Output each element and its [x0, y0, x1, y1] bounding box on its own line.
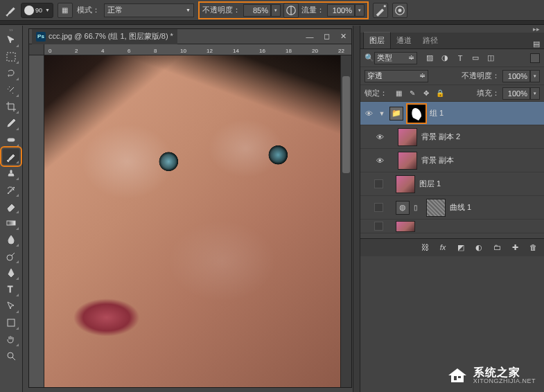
visibility-toggle[interactable] [374, 179, 383, 188]
layer-name[interactable]: 背景 副本 [421, 155, 454, 166]
layer-opacity-stepper[interactable]: ▾ [530, 70, 540, 82]
eraser-tool[interactable] [3, 199, 19, 214]
chevron-down-icon: ▼ [186, 8, 191, 12]
layer-thumbnail[interactable] [396, 175, 415, 193]
pressure-opacity-icon[interactable] [283, 3, 299, 18]
filter-toggle-switch[interactable] [530, 53, 540, 63]
vertical-scrollbar[interactable] [340, 55, 351, 387]
shape-tool[interactable] [3, 315, 19, 330]
filter-kind-select[interactable]: 类型≑ [374, 52, 417, 64]
new-adjustment-button[interactable]: ◐ [473, 242, 484, 253]
layer-row-group[interactable]: 👁 ▼ 📁 组 1 [360, 102, 544, 125]
fill-stepper[interactable]: ▾ [530, 87, 540, 100]
layer-style-button[interactable]: fx [437, 242, 448, 253]
airbrush-toggle-icon[interactable] [373, 3, 388, 18]
layer-row-partial[interactable] [360, 220, 544, 233]
lock-position-icon[interactable]: ✥ [421, 88, 432, 99]
marquee-tool[interactable] [3, 49, 19, 64]
layer-row[interactable]: ◍ ▯ 曲线 1 [360, 196, 544, 220]
flow-input[interactable]: 100% [327, 4, 355, 17]
brush-tool[interactable] [3, 149, 19, 164]
crop-tool[interactable] [3, 99, 19, 114]
layer-opacity-label: 不透明度： [462, 71, 500, 81]
visibility-toggle[interactable] [374, 203, 383, 212]
brush-panel-toggle-icon[interactable]: ▦ [58, 3, 73, 18]
link-layers-button[interactable]: ⛓ [419, 242, 430, 253]
tab-paths[interactable]: 路径 [417, 33, 444, 48]
filter-pixel-icon[interactable]: ▨ [424, 53, 435, 64]
layer-thumbnail[interactable] [396, 221, 415, 232]
lock-pixels-icon[interactable]: ✎ [407, 88, 418, 99]
maximize-button[interactable]: ◻ [318, 30, 335, 44]
layer-thumbnail[interactable] [398, 152, 417, 170]
fill-input[interactable]: 100% [502, 87, 530, 100]
zoom-tool[interactable] [3, 348, 19, 364]
filter-type-icon[interactable]: T [455, 53, 466, 64]
healing-brush-tool[interactable] [3, 132, 19, 148]
add-mask-button[interactable]: ◩ [455, 242, 466, 253]
dock-divider[interactable] [353, 26, 360, 392]
history-brush-tool[interactable] [3, 182, 19, 197]
canvas-area[interactable] [44, 55, 351, 387]
layer-name[interactable]: 曲线 1 [450, 202, 471, 213]
lasso-tool[interactable] [3, 66, 19, 81]
horizontal-ruler[interactable]: 0 2 4 6 8 10 12 14 16 18 20 22 [44, 44, 351, 55]
opacity-input[interactable]: 85% [243, 4, 271, 17]
layer-name[interactable]: 背景 副本 2 [421, 132, 460, 142]
document-window: Ps ccc.jpg @ 66.7% (组 1, 图层蒙版/8) * — ◻ ✕… [28, 28, 352, 388]
lock-transparent-icon[interactable]: ▦ [393, 88, 404, 99]
filter-smart-icon[interactable]: ◫ [485, 53, 496, 64]
visibility-toggle[interactable]: 👁 [374, 132, 385, 143]
layer-row[interactable]: 图层 1 [360, 172, 544, 196]
tab-layers[interactable]: 图层 [363, 32, 391, 48]
filter-shape-icon[interactable]: ▭ [470, 53, 481, 64]
brush-size-value: 90 [35, 7, 42, 14]
layer-row[interactable]: 👁 背景 副本 2 [360, 125, 544, 149]
visibility-toggle[interactable]: 👁 [363, 108, 374, 119]
delete-layer-button[interactable]: 🗑 [527, 242, 538, 253]
link-icon[interactable]: ▯ [414, 204, 422, 211]
layer-opacity-input[interactable]: 100% [502, 70, 530, 82]
twirl-down-icon[interactable]: ▼ [378, 110, 385, 117]
layer-name[interactable]: 组 1 [430, 108, 444, 118]
pressure-size-icon[interactable] [392, 3, 407, 18]
type-tool[interactable]: T [3, 282, 19, 297]
scrollbar-thumb[interactable] [342, 76, 350, 173]
move-tool[interactable] [3, 33, 19, 48]
clone-stamp-tool[interactable] [3, 166, 19, 181]
ruler-origin[interactable] [29, 44, 44, 55]
tab-channels[interactable]: 通道 [391, 33, 417, 48]
layer-thumbnail[interactable] [398, 128, 417, 146]
gradient-tool[interactable] [3, 215, 19, 231]
mode-label: 模式： [77, 5, 100, 15]
eyedropper-tool[interactable] [3, 116, 19, 131]
layer-blend-select[interactable]: 穿透≑ [365, 70, 428, 82]
document-tab[interactable]: Ps ccc.jpg @ 66.7% (组 1, 图层蒙版/8) * [32, 29, 177, 44]
visibility-toggle[interactable] [374, 222, 383, 231]
lock-all-icon[interactable]: 🔒 [435, 88, 446, 99]
highlighted-options-group: 不透明度： 85% ▾ 流量： 100% ▾ [198, 1, 369, 19]
panel-menu-button[interactable]: ▤ [529, 39, 544, 48]
hand-tool[interactable] [3, 332, 19, 347]
layer-row[interactable]: 👁 背景 副本 [360, 149, 544, 172]
pen-tool[interactable] [3, 265, 19, 280]
blur-tool[interactable] [3, 232, 19, 247]
panel-grip-icon[interactable]: ›› [1, 27, 21, 33]
magic-wand-tool[interactable] [3, 82, 19, 98]
layer-name[interactable]: 图层 1 [419, 179, 441, 189]
flow-stepper[interactable]: ▾ [355, 4, 365, 17]
path-selection-tool[interactable] [3, 299, 19, 314]
filter-adjust-icon[interactable]: ◑ [439, 53, 450, 64]
dodge-tool[interactable] [3, 249, 19, 264]
vertical-ruler[interactable] [29, 55, 44, 387]
layer-mask-thumbnail[interactable] [426, 199, 446, 217]
minimize-button[interactable]: — [301, 30, 318, 44]
new-layer-button[interactable]: ✚ [509, 242, 520, 253]
opacity-stepper[interactable]: ▾ [271, 4, 281, 17]
visibility-toggle[interactable]: 👁 [374, 155, 385, 166]
new-group-button[interactable]: 🗀 [491, 242, 502, 253]
blend-mode-select[interactable]: 正常 ▼ [104, 3, 194, 17]
layer-mask-thumbnail[interactable] [407, 105, 425, 123]
brush-preset-picker[interactable]: 90 ▼ [21, 3, 53, 18]
close-button[interactable]: ✕ [335, 30, 351, 44]
